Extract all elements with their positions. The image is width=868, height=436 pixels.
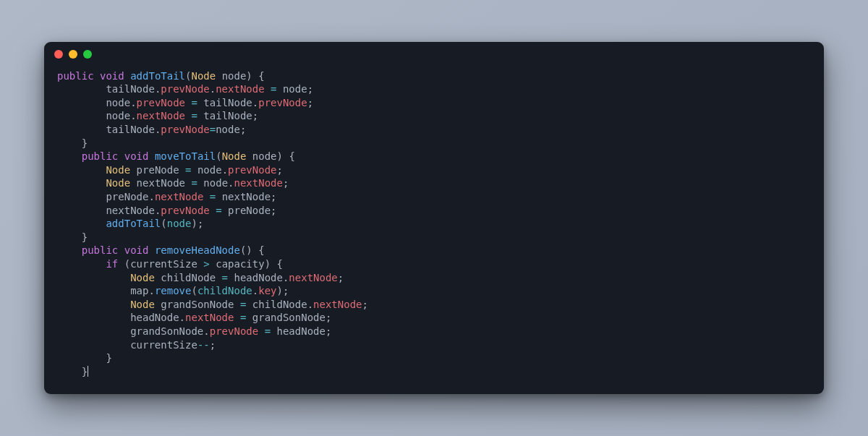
token-fn: addToTail [130, 70, 185, 82]
token-p: { [289, 150, 294, 162]
token-var: preNode [137, 164, 179, 176]
token-p: ; [271, 205, 276, 216]
token-var: headNode [130, 312, 179, 323]
token-p: ) [246, 70, 252, 82]
token-var: map [130, 285, 148, 296]
token-op: = [265, 325, 271, 337]
token-op: = [240, 299, 246, 310]
token-typ: Node [222, 150, 247, 162]
zoom-dot[interactable] [83, 50, 92, 59]
token-fn: removeHeadNode [155, 244, 240, 256]
token-var: headNode [277, 325, 326, 337]
token-var: preNode [228, 205, 271, 216]
token-p: . [148, 191, 154, 202]
token-var: node [222, 70, 247, 82]
token-fld: prevNode [258, 97, 307, 108]
token-p: ; [283, 177, 289, 189]
token-p: } [82, 137, 88, 149]
token-kw: void [100, 70, 124, 82]
token-op: = [240, 312, 246, 323]
token-op: = [222, 272, 228, 283]
token-var: tailNode [203, 110, 252, 121]
token-fld: key [258, 285, 276, 296]
token-var: node [203, 177, 228, 189]
token-p: ; [197, 218, 203, 229]
token-prm: childNode [197, 285, 252, 296]
token-kw: void [124, 150, 149, 162]
titlebar [44, 42, 824, 67]
token-p: ) [277, 285, 283, 296]
token-p: } [82, 366, 88, 377]
token-typ: Node [191, 70, 216, 82]
token-p: { [258, 70, 264, 82]
token-p: . [252, 97, 258, 108]
token-kw: public [82, 150, 119, 162]
token-fld: prevNode [137, 97, 185, 108]
token-var: tailNode [106, 83, 154, 95]
token-op: = [191, 110, 197, 121]
token-kw: if [106, 258, 118, 270]
token-p: ; [307, 83, 313, 95]
token-var: tailNode [203, 97, 252, 108]
token-p: ; [240, 124, 246, 135]
token-fld: nextNode [185, 312, 234, 323]
token-var: nextNode [106, 205, 154, 216]
token-var: currentSize [130, 339, 197, 351]
token-kw: public [57, 70, 94, 82]
token-p: { [258, 244, 264, 256]
token-fld: nextNode [313, 299, 362, 310]
token-p: ; [210, 339, 216, 351]
token-fn: addToTail [106, 218, 161, 229]
token-fld: prevNode [161, 205, 209, 216]
token-p: ; [326, 312, 331, 323]
token-op: = [191, 177, 197, 189]
token-var: tailNode [106, 124, 154, 135]
text-cursor [88, 366, 88, 377]
token-p: ; [271, 191, 276, 202]
token-p: ; [277, 164, 283, 176]
token-p: ) [191, 218, 197, 229]
token-p: ( [161, 218, 166, 229]
token-p: . [203, 325, 209, 337]
token-p: ; [307, 97, 313, 108]
token-p: . [130, 97, 136, 108]
token-p: . [222, 164, 228, 176]
token-fld: prevNode [210, 325, 258, 337]
token-var: grandSonNode [161, 299, 234, 310]
token-op: = [191, 97, 197, 108]
token-p: ( [191, 285, 197, 296]
token-p: . [210, 83, 216, 95]
token-fld: prevNode [161, 124, 209, 135]
token-var: node [106, 110, 130, 121]
token-var: nextNode [222, 191, 271, 202]
token-fld: nextNode [155, 191, 203, 202]
token-p: . [148, 285, 154, 296]
token-p: ; [283, 285, 289, 296]
token-kw: public [82, 244, 119, 256]
token-p: . [252, 285, 258, 296]
token-var: grandSonNode [130, 325, 203, 337]
token-kw: void [124, 244, 149, 256]
token-fld: nextNode [137, 110, 185, 121]
token-p: ( [216, 150, 221, 162]
token-var: nextNode [137, 177, 185, 189]
close-dot[interactable] [54, 50, 63, 59]
token-op: = [185, 164, 191, 176]
token-var: node [216, 124, 240, 135]
token-op: > [203, 258, 209, 270]
token-var: capacity [216, 258, 264, 270]
token-p: ; [362, 299, 368, 310]
token-fn: remove [155, 285, 192, 296]
token-p: } [106, 352, 111, 364]
token-p: ; [326, 325, 331, 337]
token-fld: nextNode [216, 83, 264, 95]
minimize-dot[interactable] [69, 50, 77, 59]
token-typ: Node [106, 164, 130, 176]
token-var: currentSize [130, 258, 197, 270]
token-fld: prevNode [161, 83, 209, 95]
token-fld: prevNode [228, 164, 276, 176]
token-prm: node [167, 218, 192, 229]
token-p: ) [265, 258, 271, 270]
token-op: = [216, 205, 221, 216]
token-p: . [179, 312, 185, 323]
